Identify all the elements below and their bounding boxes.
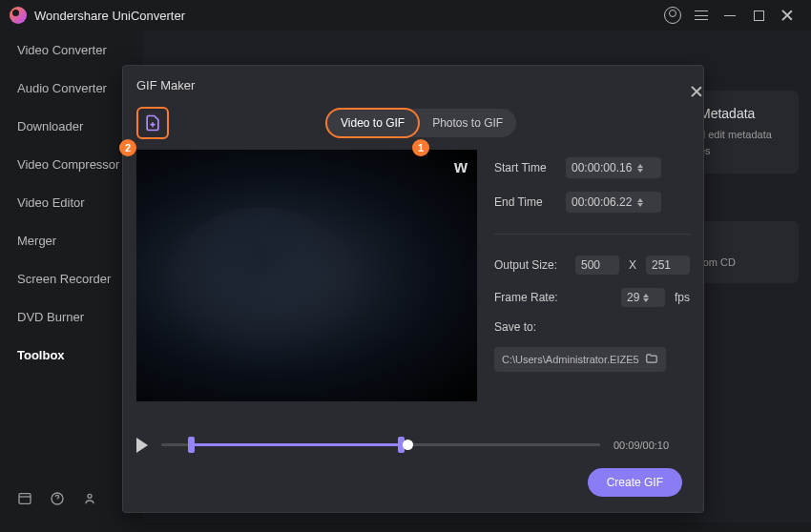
watermark-icon: w <box>454 157 466 177</box>
player-bar: 00:09/00:10 <box>123 428 703 457</box>
divider <box>494 234 690 235</box>
mode-tabs: Video to GIF Photos to GIF <box>326 109 516 137</box>
start-time-label: Start Time <box>494 161 556 174</box>
close-icon <box>780 9 794 22</box>
tutorial-icon[interactable] <box>17 491 32 509</box>
start-time-input[interactable]: 00:00:00.16 <box>566 157 661 178</box>
fps-unit: fps <box>675 291 690 304</box>
bg-card-sub: d edit metadataes <box>699 127 783 158</box>
community-icon[interactable] <box>82 491 97 509</box>
properties-panel: Start Time 00:00:00.16 End Time 00:00:06… <box>477 150 690 428</box>
minimize-button[interactable] <box>716 1 744 30</box>
folder-icon[interactable] <box>645 352 658 367</box>
step-badge-1: 1 <box>412 139 429 156</box>
modal-header: GIF Maker <box>123 66 703 104</box>
video-preview: w <box>136 150 477 401</box>
width-input[interactable]: 500 <box>575 256 619 275</box>
svg-point-2 <box>88 494 92 498</box>
track-fill <box>188 443 407 446</box>
save-path-input[interactable]: C:\Users\Administrator.EIZE5 <box>494 347 666 372</box>
menu-button[interactable] <box>687 1 716 30</box>
content-area: Metadata d edit metadataes r rom CD 2 1 … <box>143 31 811 522</box>
frame-rate-label: Frame Rate: <box>494 291 566 304</box>
maximize-button[interactable] <box>744 1 773 30</box>
svg-rect-0 <box>19 494 31 504</box>
save-to-label: Save to: <box>494 320 690 334</box>
add-file-icon <box>143 113 162 133</box>
modal-title: GIF Maker <box>136 78 195 92</box>
trim-handle-start[interactable] <box>188 437 195 453</box>
gif-maker-modal: 2 1 GIF Maker Video to GIF Photos to GIF <box>122 65 704 513</box>
seek-thumb[interactable] <box>403 440 413 450</box>
bg-card-sub: rom CD <box>699 256 783 268</box>
bg-card-title: r <box>699 236 783 251</box>
sidebar-item-video-converter[interactable]: Video Converter <box>0 31 143 69</box>
modal-toolbar: Video to GIF Photos to GIF <box>123 104 703 142</box>
save-path-value: C:\Users\Administrator.EIZE5 <box>502 354 639 365</box>
step-badge-2: 2 <box>119 139 136 156</box>
start-time-stepper[interactable] <box>637 164 643 173</box>
tab-video-to-gif[interactable]: Video to GIF <box>325 108 420 138</box>
close-button[interactable] <box>773 1 801 30</box>
bg-card-title: Metadata <box>699 106 783 121</box>
create-gif-button[interactable]: Create GIF <box>588 468 682 497</box>
output-size-label: Output Size: <box>494 258 566 272</box>
user-icon <box>664 7 681 24</box>
height-input[interactable]: 251 <box>646 256 690 275</box>
play-button[interactable] <box>136 438 148 453</box>
app-title: Wondershare UniConverter <box>34 9 185 23</box>
dimension-x: X <box>629 258 636 272</box>
seek-track[interactable] <box>161 434 600 457</box>
minimize-icon <box>724 15 736 16</box>
time-display: 00:09/00:10 <box>613 440 690 451</box>
fps-stepper[interactable] <box>643 294 649 302</box>
titlebar: Wondershare UniConverter <box>0 0 811 31</box>
end-time-stepper[interactable] <box>637 198 643 207</box>
account-button[interactable] <box>658 1 687 30</box>
hamburger-icon <box>695 10 708 20</box>
add-file-button[interactable] <box>136 107 169 139</box>
video-frame <box>136 150 477 401</box>
tab-photos-to-gif[interactable]: Photos to GIF <box>419 109 516 137</box>
app-logo-icon <box>10 7 27 24</box>
end-time-input[interactable]: 00:00:06.22 <box>566 192 661 213</box>
fps-input[interactable]: 29 <box>621 288 665 307</box>
help-icon[interactable] <box>50 491 65 509</box>
maximize-icon <box>754 10 764 21</box>
end-time-label: End Time <box>494 195 556 209</box>
